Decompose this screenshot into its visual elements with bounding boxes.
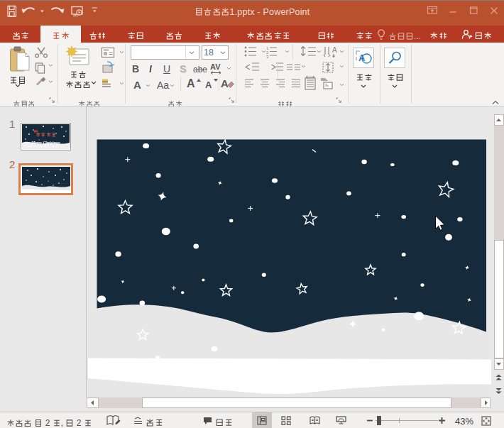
svg-text:AV: AV (210, 62, 221, 71)
svg-text:A: A (332, 46, 337, 54)
svg-text:A: A (221, 77, 229, 89)
svg-text:3: 3 (266, 55, 269, 59)
